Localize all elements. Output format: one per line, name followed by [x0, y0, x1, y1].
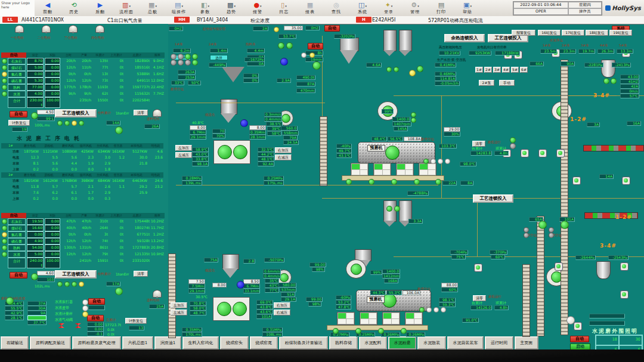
setpoint-field[interactable]: 4.60 [37, 271, 55, 276]
small-button[interactable]: 16站复位 [538, 30, 561, 36]
small-button[interactable]: 右加压 [274, 302, 290, 308]
setpoint-field[interactable]: 108.8A [404, 137, 422, 141]
small-button[interactable]: 左加压 [171, 302, 187, 308]
alarm-tag[interactable]: BY14AI_3404 [197, 17, 228, 23]
setpoint-field[interactable]: 8.50 [243, 279, 260, 284]
setpoint-field[interactable]: 88.00 [441, 283, 458, 287]
nav-button-运行时间[interactable]: 运行时间 [485, 336, 513, 349]
nav-button-熟料存储[interactable]: 熟料存储 [329, 336, 357, 349]
setpoint-field[interactable]: 8.00 [249, 125, 266, 130]
small-button[interactable]: 2# [484, 67, 492, 73]
actual-field[interactable]: 0.00 [45, 238, 60, 245]
nav-button-粉煤制备及计量输送[interactable]: 粉煤制备及计量输送 [279, 336, 328, 349]
mode-button[interactable]: 自动 [324, 25, 340, 32]
small-button[interactable]: 清零 [134, 271, 148, 277]
nav-button-主页面[interactable]: 主页面 [515, 336, 538, 349]
setpoint-field[interactable]: 4.90 [27, 238, 44, 245]
actual-field[interactable]: 0.00 [45, 91, 60, 97]
setpoint-field[interactable]: 4.00 [27, 91, 44, 97]
toolbar-item-日志[interactable]: ▯▾日志 [271, 1, 297, 16]
setpoint-field[interactable]: 7.50 [188, 279, 205, 284]
nav-button-原料粉磨及废气处理[interactable]: 原料粉磨及废气处理 [72, 336, 121, 349]
setpoint-field[interactable]: 5.30 [27, 78, 44, 84]
bucket-elevator[interactable] [561, 60, 568, 335]
interlock-button[interactable]: 工艺连锁投入 [55, 270, 97, 279]
small-button[interactable]: 6# [520, 67, 528, 73]
pump-icon[interactable] [555, 262, 563, 271]
actual-field[interactable]: 0.00 [45, 231, 60, 238]
actual-field[interactable]: 0.00 [45, 78, 60, 84]
toolbar-item-后翻[interactable]: ▶后翻 [87, 1, 113, 16]
table-auto-button[interactable]: 自动 [1, 213, 26, 218]
toolbar-item-总貌[interactable]: ▦▾总貌 [140, 1, 166, 16]
mode-button[interactable]: 自动 [87, 315, 104, 321]
nav-button-水泥袋装装车[interactable]: 水泥袋装装车 [447, 336, 484, 349]
toolbar-item-系统[interactable]: ◫▾系统 [349, 1, 376, 16]
pump-icon[interactable] [556, 149, 565, 157]
small-button[interactable]: 2#泵 [479, 80, 494, 86]
toolbar-item-流程图[interactable]: ▥▾流程图 [113, 1, 140, 16]
small-button[interactable]: 右减压 [275, 154, 292, 160]
total-percent[interactable]: 100.00 [45, 258, 60, 268]
toolbar-item-管理[interactable]: ⚙▾管理 [402, 1, 428, 16]
feed-bin[interactable] [222, 254, 239, 270]
pump-icon[interactable] [620, 262, 628, 271]
actual-field[interactable]: 0.00 [45, 71, 60, 78]
bag-filter[interactable] [419, 163, 436, 176]
bag-filter[interactable] [396, 163, 414, 176]
bag-filter[interactable] [382, 312, 400, 325]
bag-filter[interactable] [373, 163, 391, 176]
cement-silo-pair[interactable] [399, 30, 412, 51]
mode-button[interactable]: 自动 [10, 111, 27, 117]
alarm-tag[interactable]: AI441C1AT01NOX [21, 17, 64, 23]
small-button[interactable]: 左减压 [171, 310, 187, 315]
pump-icon[interactable] [474, 264, 482, 272]
nav-button-润滑油1[interactable]: 润滑油1 [154, 336, 181, 349]
pump-icon[interactable] [521, 149, 529, 157]
alarm-tag[interactable]: E242AH5I [372, 17, 395, 23]
toolbar-item-组操作[interactable]: ▤▾组操作 [166, 1, 192, 16]
bucket-elevator[interactable] [168, 253, 176, 338]
weigh-hopper[interactable] [340, 38, 359, 51]
setpoint-field[interactable]: 8.00 [212, 283, 227, 287]
total-setpoint[interactable]: 240.00 t [27, 258, 44, 268]
small-button[interactable]: 手动 [499, 80, 515, 86]
setpoint-field[interactable]: 35.00 [284, 26, 303, 30]
actual-field[interactable]: 0.00 [45, 84, 60, 91]
nav-button-烧成窑尾[interactable]: 烧成窑尾 [250, 336, 278, 349]
actual-field[interactable]: 0.00 [45, 64, 60, 71]
total-percent[interactable]: 100.00 [45, 97, 60, 108]
interlock-button[interactable]: 余热连锁投入 [444, 34, 485, 42]
setpoint-field[interactable]: 0.00 [27, 231, 44, 238]
bag-filter[interactable] [360, 312, 377, 325]
bag-filter[interactable] [337, 312, 355, 325]
setpoint-field[interactable]: 54.00 [27, 245, 44, 251]
toolbar-item-报警[interactable]: ●▾报警 [244, 1, 271, 16]
roller-press[interactable] [213, 297, 250, 321]
small-button[interactable]: 清零 [134, 110, 148, 116]
bag-filter[interactable] [351, 163, 369, 176]
setpoint-field[interactable]: 16.60 [27, 225, 44, 231]
small-button[interactable]: 左加压 [175, 145, 192, 151]
roller-press[interactable] [213, 140, 250, 164]
blend-hopper[interactable] [222, 67, 244, 82]
actual-field[interactable]: 0.00 [45, 225, 60, 231]
small-button[interactable]: 5# [511, 67, 519, 73]
setpoint-field[interactable]: 5.00 [27, 251, 44, 258]
nav-button-烧成窑头[interactable]: 烧成窑头 [220, 336, 248, 349]
small-button[interactable]: 1# [475, 67, 483, 73]
toolbar-item-打印[interactable]: ▤打印 [428, 1, 454, 16]
setpoint-field[interactable]: 4.50 [37, 110, 55, 115]
small-button[interactable]: 报警复位 [512, 30, 535, 36]
actual-field[interactable]: 0.00 [45, 58, 60, 64]
small-button[interactable]: 18站复位 [586, 30, 608, 36]
select-button[interactable]: 选择 [210, 55, 228, 60]
actual-field[interactable]: 0.00 [45, 218, 60, 225]
mode-button[interactable]: 自动 [88, 298, 105, 305]
toolbar-item-趋势[interactable]: ▩▾趋势 [218, 1, 244, 16]
small-button[interactable]: 右加压 [275, 147, 292, 153]
mode-button[interactable]: 自动 [308, 43, 323, 49]
small-button[interactable]: 右减压 [274, 310, 290, 315]
small-button[interactable]: 17站复位 [562, 30, 584, 36]
pump-icon[interactable] [574, 322, 582, 330]
